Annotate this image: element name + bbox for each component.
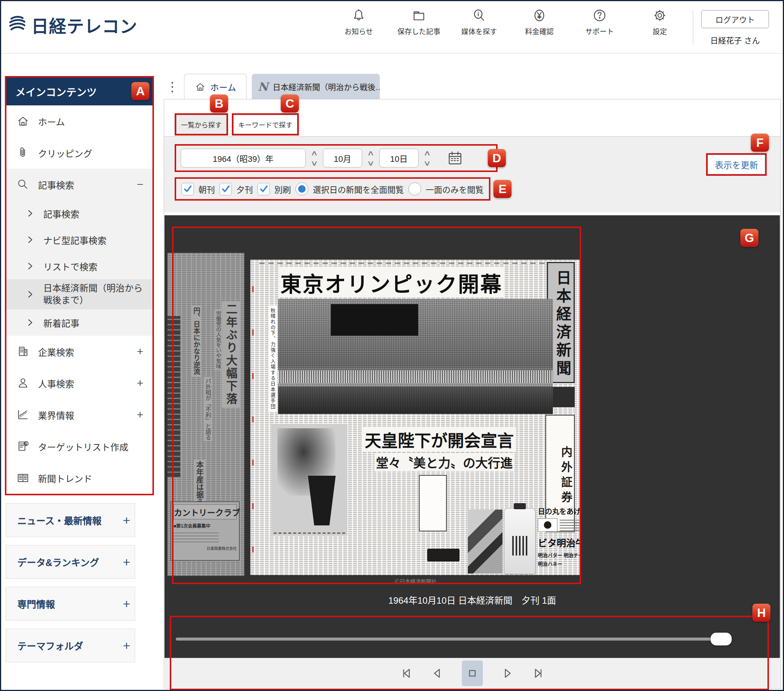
newspaper-page-previous[interactable]: 二年ぶり大幅下落 労働党の人気をいや気味 円、日本にかなり逆流 パ外相が「不利」… bbox=[168, 253, 244, 576]
chevron-up-icon: ∧ bbox=[367, 150, 374, 156]
fee-check-button[interactable]: 料金確認 bbox=[509, 8, 570, 36]
sidebar-group-article-search: 記事検索 − 記事検索 ナビ型記事検索 リストで検索 日本経済新聞（ bbox=[7, 169, 152, 336]
sidebar-section-main-contents: メインコンテンツ A bbox=[7, 77, 152, 105]
expand-icon[interactable]: + bbox=[137, 345, 143, 358]
globe-icon bbox=[7, 14, 28, 36]
expand-icon: + bbox=[123, 555, 130, 569]
photo-caption: 秋晴れの下、力強く入場する日本選手団 bbox=[268, 306, 277, 412]
notifications-button[interactable]: お知らせ bbox=[329, 8, 389, 36]
settings-button[interactable]: 設定 bbox=[630, 8, 690, 36]
annotation-box-b: 一覧から探す B bbox=[175, 113, 228, 135]
sidebar-item-article-search[interactable]: 記事検索 − bbox=[7, 169, 152, 200]
expand-icon: + bbox=[123, 513, 130, 528]
annotation-box-d: 1964（昭39）年 ∧∨ 10月 ∧∨ 10日 ∧∨ D bbox=[175, 144, 497, 172]
annotation-e: E bbox=[493, 180, 512, 198]
main-headline: 東京オリンピック開幕 bbox=[278, 267, 505, 298]
viewer-caption: 1964年10月10日 日本経済新聞 夕刊 1面 bbox=[165, 593, 780, 606]
newspaper-page-current[interactable]: 東京オリンピック開幕 日本経済新聞 秋晴れの下、力強く入場する日本選手団 内外証… bbox=[250, 260, 581, 575]
sidebar-subitem-navi-search[interactable]: ナビ型記事検索 bbox=[7, 227, 152, 253]
day-input[interactable]: 10日 bbox=[379, 149, 418, 168]
sidebar-subitem-article-search[interactable]: 記事検索 bbox=[7, 200, 152, 227]
person-icon bbox=[16, 376, 30, 390]
morning-edition-checkbox[interactable] bbox=[181, 183, 194, 195]
sidebar-item-industry-info[interactable]: 業界情報 + bbox=[7, 399, 152, 431]
country-club-ad: カントリークラブ ■第1次会員募集中 日東興業株式会社 bbox=[171, 501, 240, 561]
sidebar-subitem-nikkei-archive[interactable]: 日本経済新聞（明治から戦後まで） bbox=[7, 279, 152, 309]
left-page-column-headline: パ外相が「不利」と語る bbox=[204, 377, 212, 441]
athlete-photo bbox=[468, 510, 502, 574]
collapse-icon[interactable]: − bbox=[137, 178, 143, 191]
chevron-right-icon bbox=[26, 209, 34, 217]
sidebar-item-company-search[interactable]: 企業検索 + bbox=[7, 336, 152, 367]
annotation-b: B bbox=[210, 94, 228, 112]
skip-start-icon bbox=[400, 667, 413, 680]
yen-circle-icon bbox=[532, 8, 547, 23]
annotation-box-c: キーワードで探す C bbox=[232, 113, 299, 135]
evening-edition-checkbox[interactable] bbox=[219, 183, 232, 195]
view-full-paper-radio[interactable] bbox=[295, 183, 308, 195]
sidebar-item-newspaper-trend[interactable]: 新聞トレンド bbox=[7, 462, 152, 494]
annotation-a: A bbox=[131, 82, 150, 100]
chevron-right-icon bbox=[26, 318, 34, 327]
find-media-button[interactable]: 媒体を探す bbox=[449, 8, 509, 36]
cauldron bbox=[305, 476, 339, 525]
page-margin-marks bbox=[252, 286, 256, 553]
filter-panel: 1964（昭39）年 ∧∨ 10月 ∧∨ 10日 ∧∨ D 表示を更新 F bbox=[164, 136, 780, 212]
annotation-box-e: 朝刊 夕刊 別刷 選択日の新聞を全面閲覧 一面のみを閲覧 E bbox=[175, 177, 491, 201]
support-button[interactable]: サポート bbox=[570, 8, 630, 36]
previous-icon bbox=[431, 667, 444, 680]
kebab-menu-icon[interactable]: ⋮ bbox=[166, 79, 179, 99]
logout-button[interactable]: ログアウト bbox=[701, 10, 769, 28]
previous-page-button[interactable] bbox=[431, 667, 444, 680]
sidebar-section-theme-folder[interactable]: テーマフォルダ + bbox=[6, 628, 135, 662]
nikkei-n-icon: N bbox=[258, 80, 268, 93]
slider-handle[interactable] bbox=[711, 633, 732, 645]
newspaper-icon bbox=[16, 471, 30, 485]
paperclip-icon bbox=[16, 146, 30, 160]
browse-from-list-button[interactable]: 一覧から探す bbox=[176, 115, 227, 134]
search-by-keyword-button[interactable]: キーワードで探す bbox=[233, 115, 297, 134]
sidebar-section-data-ranking[interactable]: データ&ランキング + bbox=[6, 545, 135, 579]
left-page-dark-ad bbox=[168, 316, 180, 478]
home-icon bbox=[16, 114, 30, 128]
sidebar-section-news[interactable]: ニュース・最新情報 + bbox=[6, 503, 135, 537]
sidebar-subitem-list-search[interactable]: リストで検索 bbox=[7, 253, 152, 279]
calendar-icon[interactable] bbox=[447, 150, 463, 166]
playback-control-bar bbox=[165, 658, 780, 688]
sidebar-item-clipping[interactable]: クリッピング bbox=[7, 137, 152, 169]
view-front-page-only-radio[interactable] bbox=[408, 183, 421, 195]
marching-athletes bbox=[278, 370, 553, 383]
building-icon bbox=[16, 345, 30, 358]
stop-button[interactable] bbox=[462, 660, 483, 686]
main-area: ⋮ ホーム N 日本経済新聞（明治から戦後… 一覧から探す B キーワードで探す… bbox=[158, 54, 783, 690]
target-list-icon bbox=[16, 439, 30, 453]
next-page-button[interactable] bbox=[501, 667, 514, 680]
sidebar-subitem-new-articles[interactable]: 新着記事 bbox=[7, 309, 152, 336]
expand-icon[interactable]: + bbox=[137, 377, 143, 390]
month-stepper[interactable]: ∧∨ bbox=[368, 150, 373, 166]
milk-bottle-image bbox=[504, 508, 535, 574]
extra-edition-checkbox[interactable] bbox=[257, 183, 270, 195]
expand-icon: + bbox=[123, 638, 130, 653]
sidebar-item-home[interactable]: ホーム bbox=[7, 105, 152, 137]
page-slider[interactable] bbox=[176, 638, 732, 640]
sidebar-item-target-list[interactable]: ターゲットリスト作成 bbox=[7, 431, 152, 462]
app-window: 日経テレコン お知らせ 保存した記事 媒体を探す 料金確認 サポート bbox=[0, 0, 784, 691]
sidebar: メインコンテンツ A ホーム クリッピング 記事検索 − 記事検索 bbox=[1, 54, 158, 690]
logo-text: 日経テレコン bbox=[31, 12, 137, 37]
saved-articles-button[interactable]: 保存した記事 bbox=[389, 8, 449, 36]
day-stepper[interactable]: ∧∨ bbox=[425, 150, 430, 166]
refresh-display-link[interactable]: 表示を更新 bbox=[708, 155, 765, 174]
expand-icon[interactable]: + bbox=[137, 408, 143, 421]
skip-to-first-button[interactable] bbox=[400, 667, 413, 680]
scoreboard bbox=[331, 304, 418, 336]
skip-to-last-button[interactable] bbox=[532, 667, 545, 680]
year-stepper[interactable]: ∧∨ bbox=[311, 150, 317, 166]
sidebar-item-personnel-search[interactable]: 人事検索 + bbox=[7, 367, 152, 399]
sidebar-section-specialized-info[interactable]: 専門情報 + bbox=[6, 587, 135, 620]
year-input[interactable]: 1964（昭39）年 bbox=[181, 149, 306, 168]
tab-nikkei-archive[interactable]: N 日本経済新聞（明治から戦後… bbox=[252, 74, 380, 99]
chevron-right-icon bbox=[26, 262, 34, 270]
spacer bbox=[164, 212, 780, 215]
month-input[interactable]: 10月 bbox=[323, 149, 362, 168]
